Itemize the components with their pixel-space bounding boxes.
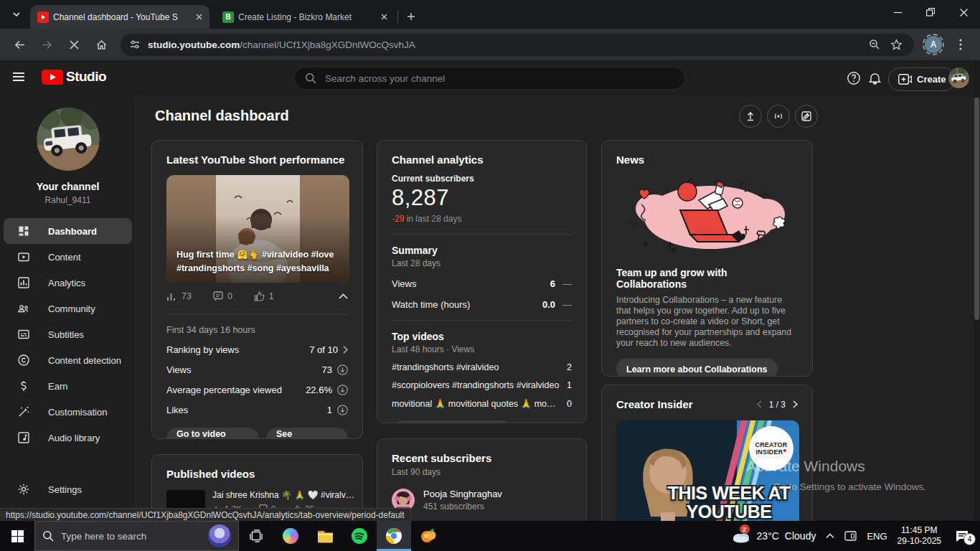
sidebar-item-content-detection[interactable]: Content detection (4, 347, 132, 373)
forward-button[interactable] (35, 33, 58, 56)
taskbar-clock[interactable]: 11:45 PM 29-10-2025 (897, 525, 941, 547)
create-video-icon (898, 74, 912, 85)
insider-text-line1: THIS WEEK AT (668, 483, 790, 503)
carousel-next-icon[interactable] (793, 400, 798, 408)
notification-center-icon[interactable]: 4 (951, 529, 973, 542)
weather-temp: 23°C (757, 530, 779, 542)
search-highlight-image[interactable] (208, 524, 231, 547)
trend-down-circle-icon (337, 364, 348, 375)
youtube-studio-logo[interactable]: Studio (42, 69, 106, 85)
home-button[interactable] (90, 33, 113, 56)
sidebar-item-settings[interactable]: Settings (4, 476, 132, 502)
card-title: Latest YouTube Short performance (166, 154, 348, 166)
go-to-channel-analytics-button[interactable]: Go to channel analytics (392, 420, 512, 423)
see-comments-button[interactable]: See comments (0) (266, 428, 348, 439)
browser-profile-avatar[interactable]: A (923, 34, 944, 55)
top-video-row[interactable]: #trandingshorts #viralvideo 2 (392, 362, 572, 372)
upload-video-button[interactable] (739, 105, 762, 128)
dashboard-content: Channel dashboard Latest YouTube Short p… (136, 96, 980, 521)
tab-close-icon[interactable] (192, 11, 205, 24)
music-note-icon (17, 430, 31, 445)
stop-reload-button[interactable] (62, 33, 85, 56)
sidebar-item-audio-library[interactable]: Audio library (4, 425, 132, 451)
back-button[interactable] (8, 33, 31, 56)
analytics-icon (17, 276, 31, 290)
hamburger-menu-icon[interactable] (11, 70, 29, 87)
window-minimize-button[interactable] (881, 0, 914, 24)
scrollbar-thumb[interactable] (974, 98, 979, 320)
trend-down-circle-icon (337, 405, 348, 415)
sidebar-item-subtitles[interactable]: Subtitles (4, 321, 132, 347)
site-settings-icon[interactable] (129, 39, 141, 50)
studio-search-input[interactable] (324, 72, 674, 85)
current-subscribers-label: Current subscribers (392, 174, 572, 184)
spotify-icon[interactable] (342, 521, 377, 551)
tab-close-icon[interactable] (377, 11, 390, 24)
creator-insider-thumbnail[interactable]: THIS WEEK AT YOUTUBE CREATOR INSIDER (616, 420, 799, 521)
carousel-prev-icon[interactable] (757, 400, 762, 408)
start-button[interactable] (0, 521, 34, 551)
bookmark-star-icon[interactable] (887, 35, 905, 54)
dollar-icon (17, 379, 31, 393)
top-video-row[interactable]: movitional 🙏 movitional quotes 🙏 movitio… (392, 398, 572, 409)
metric-label: Views (166, 364, 322, 375)
file-explorer-icon[interactable] (308, 521, 342, 551)
language-indicator[interactable]: ENG (867, 531, 887, 542)
window-close-button[interactable] (947, 0, 980, 24)
short-title-line1: Hug first time 🤗🫰 #viralvideo #love (176, 249, 334, 260)
subscriber-row[interactable]: Pooja Singhraghav 451 subscribers (392, 489, 572, 512)
go-to-video-analytics-button[interactable]: Go to video analytics (166, 428, 259, 439)
fl-studio-icon[interactable] (411, 521, 446, 551)
studio-search-bar[interactable] (294, 67, 685, 90)
tray-chevron-up-icon[interactable] (826, 533, 834, 539)
address-bar[interactable]: studio.youtube.com/channel/UCf1Xjba8gXGD… (121, 34, 914, 56)
taskbar-search-box[interactable] (34, 521, 239, 551)
trend-flat-icon: — (562, 278, 572, 289)
browser-toolbar: studio.youtube.com/channel/UCf1Xjba8gXGD… (0, 29, 980, 60)
windows-taskbar: 2 23°C Cloudy ENG 11:45 PM 29-10-2025 4 (0, 521, 980, 551)
metric-row-avg-viewed: Average percentage viewed 22.6% (166, 385, 348, 395)
copilot-icon[interactable] (273, 521, 308, 551)
browser-tab-bizkro[interactable]: B Create Listing - Bizkro Market (215, 5, 395, 29)
channel-avatar[interactable] (37, 108, 100, 171)
help-icon[interactable] (845, 70, 862, 87)
create-button[interactable]: Create (888, 67, 956, 91)
notifications-bell-icon[interactable] (866, 70, 883, 87)
weather-widget[interactable]: 2 23°C Cloudy (731, 529, 816, 543)
sidebar-item-customisation[interactable]: Customisation (4, 399, 132, 425)
metric-value: 22.6% (306, 385, 332, 395)
sidebar-item-community[interactable]: Community (4, 296, 132, 321)
taskbar-search-input[interactable] (60, 530, 202, 542)
sidebar-item-analytics[interactable]: Analytics (4, 270, 132, 296)
metric-row-views: Views 73 (166, 364, 348, 375)
browser-menu-icon[interactable] (949, 33, 972, 56)
top-video-title: #scorpiolovers #trandingshorts #viralvid… (392, 380, 560, 390)
zoom-icon[interactable] (865, 35, 884, 54)
sidebar-item-content[interactable]: Content (4, 244, 132, 270)
sidebar-item-dashboard[interactable]: Dashboard (4, 218, 132, 244)
collapse-chevron-icon[interactable] (339, 293, 348, 299)
short-video-thumbnail[interactable]: Hug first time 🤗🫰 #viralvideo #love #tra… (166, 175, 349, 283)
account-avatar[interactable] (948, 67, 969, 88)
chrome-icon[interactable] (377, 521, 411, 551)
chevron-right-icon (343, 346, 348, 354)
create-post-button[interactable] (795, 105, 818, 128)
tab-list-caret-icon[interactable] (7, 5, 26, 24)
browser-tab-youtube-studio[interactable]: Channel dashboard - YouTube S (30, 5, 209, 29)
metric-label: Average percentage viewed (166, 385, 306, 395)
metric-row-ranking[interactable]: Ranking by views 7 of 10 (166, 344, 348, 355)
task-view-button[interactable] (239, 521, 273, 551)
carousel-nav: 1 / 3 (757, 400, 798, 410)
creator-insider-card: Creator Insider 1 / 3 (601, 385, 813, 521)
touch-keyboard-icon[interactable] (844, 531, 857, 541)
top-video-row[interactable]: #scorpiolovers #trandingshorts #viralvid… (392, 380, 572, 390)
new-tab-button[interactable] (401, 6, 421, 27)
sidebar-item-earn[interactable]: Earn (4, 373, 132, 399)
learn-more-collaborations-button[interactable]: Learn more about Collaborations (616, 358, 778, 377)
likes-thumb-icon (254, 291, 265, 301)
window-restore-button[interactable] (914, 0, 947, 24)
page-scrollbar[interactable] (974, 60, 980, 521)
badge-line1: CREATOR (755, 441, 787, 448)
card-title: News (616, 154, 798, 166)
go-live-button[interactable] (767, 105, 790, 128)
